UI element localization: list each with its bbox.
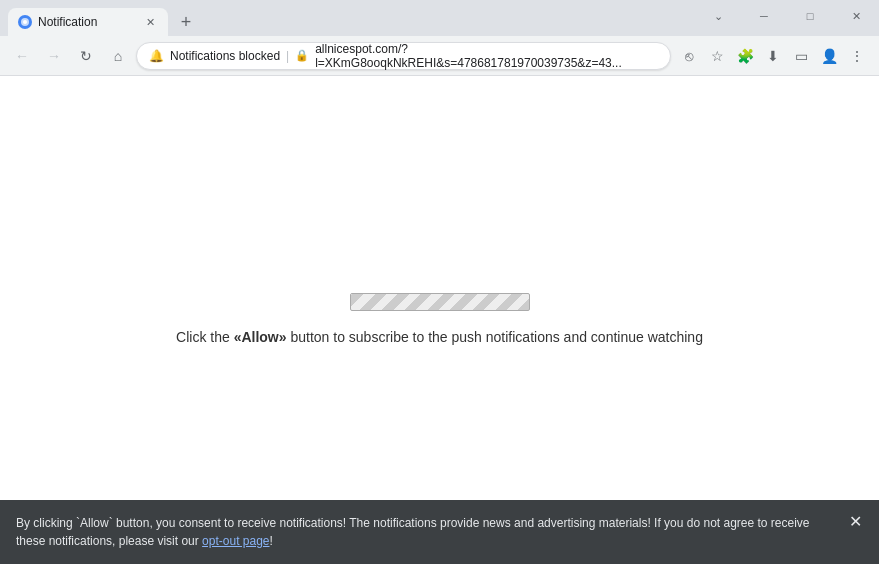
active-tab[interactable]: Notification ✕ — [8, 8, 168, 36]
allow-text: «Allow» — [234, 329, 287, 345]
share-button[interactable]: ⎋ — [675, 42, 703, 70]
tab-favicon — [18, 15, 32, 29]
maximize-button[interactable]: □ — [787, 0, 833, 32]
window-controls: ⌄ ─ □ ✕ — [695, 0, 879, 36]
notification-bar-close-button[interactable]: ✕ — [843, 510, 867, 534]
close-button[interactable]: ✕ — [833, 0, 879, 32]
notifications-blocked-label: Notifications blocked — [170, 49, 280, 63]
address-bar[interactable]: 🔔 Notifications blocked | 🔒 allnicespot.… — [136, 42, 671, 70]
opt-out-link[interactable]: opt-out page — [202, 534, 269, 548]
tab-close-button[interactable]: ✕ — [142, 14, 158, 30]
notification-blocked-icon: 🔔 — [149, 49, 164, 63]
notification-message-before: By clicking `Allow` button, you consent … — [16, 516, 810, 548]
page-center: Click the «Allow» button to subscribe to… — [176, 293, 703, 348]
url-text: allnicespot.com/?l=XKmG8ooqkNkREHI&s=478… — [315, 42, 658, 70]
download-button[interactable]: ⬇ — [759, 42, 787, 70]
notification-bar: By clicking `Allow` button, you consent … — [0, 500, 879, 564]
instruction-text: Click the «Allow» button to subscribe to… — [176, 327, 703, 348]
sidebar-button[interactable]: ▭ — [787, 42, 815, 70]
profile-button[interactable]: 👤 — [815, 42, 843, 70]
page-content: Click the «Allow» button to subscribe to… — [0, 76, 879, 564]
title-bar: Notification ✕ + ⌄ ─ □ ✕ — [0, 0, 879, 36]
extensions-button[interactable]: 🧩 — [731, 42, 759, 70]
toolbar-actions: ⎋ ☆ 🧩 ⬇ ▭ 👤 ⋮ — [675, 42, 871, 70]
bookmark-button[interactable]: ☆ — [703, 42, 731, 70]
notification-bar-text: By clicking `Allow` button, you consent … — [16, 514, 835, 550]
home-button[interactable]: ⌂ — [104, 42, 132, 70]
tab-title: Notification — [38, 15, 136, 29]
svg-point-1 — [23, 20, 27, 24]
loading-bar — [350, 293, 530, 311]
minimize-button[interactable]: ─ — [741, 0, 787, 32]
notification-message-after: ! — [270, 534, 273, 548]
new-tab-button[interactable]: + — [172, 8, 200, 36]
address-divider: | — [286, 49, 289, 63]
lock-icon: 🔒 — [295, 49, 309, 62]
back-button[interactable]: ← — [8, 42, 36, 70]
forward-button[interactable]: → — [40, 42, 68, 70]
tab-strip: Notification ✕ + — [0, 0, 200, 36]
chevron-button[interactable]: ⌄ — [695, 0, 741, 32]
menu-button[interactable]: ⋮ — [843, 42, 871, 70]
toolbar: ← → ↻ ⌂ 🔔 Notifications blocked | 🔒 alln… — [0, 36, 879, 76]
reload-button[interactable]: ↻ — [72, 42, 100, 70]
